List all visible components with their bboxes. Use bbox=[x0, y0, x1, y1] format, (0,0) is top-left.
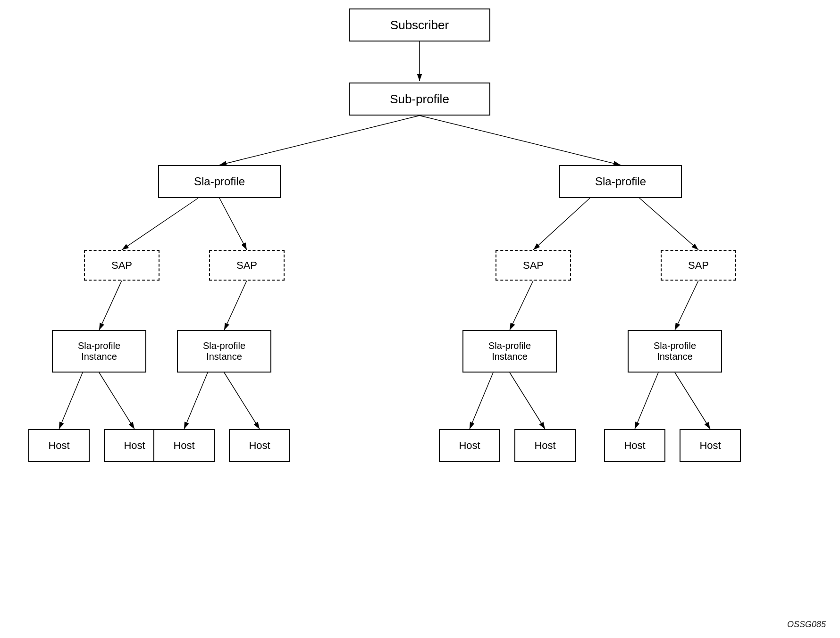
sap-rl-label: SAP bbox=[523, 259, 544, 272]
host-rr1-label: Host bbox=[624, 439, 645, 452]
host-rr2-label: Host bbox=[699, 439, 721, 452]
instance-lr-node: Sla-profile Instance bbox=[177, 330, 271, 373]
arrow-subprofile-to-sla-right bbox=[420, 116, 621, 165]
host-lr2-node: Host bbox=[229, 429, 290, 462]
host-rl1-node: Host bbox=[439, 429, 500, 462]
arrow-sap-rl-to-inst-rl bbox=[510, 281, 533, 330]
arrow-inst-ll-to-host-ll1 bbox=[59, 373, 83, 429]
host-rr2-node: Host bbox=[680, 429, 741, 462]
sla-profile-right-node: Sla-profile bbox=[559, 165, 682, 198]
host-ll2-label: Host bbox=[124, 439, 145, 452]
host-ll1-label: Host bbox=[48, 439, 69, 452]
subscriber-label: Subscriber bbox=[390, 18, 449, 33]
arrow-inst-rr-to-host-rr2 bbox=[675, 373, 710, 429]
sap-rr-label: SAP bbox=[688, 259, 709, 272]
arrow-inst-ll-to-host-ll2 bbox=[99, 373, 134, 429]
instance-ll-node: Sla-profile Instance bbox=[52, 330, 146, 373]
sla-profile-left-label: Sla-profile bbox=[194, 175, 245, 188]
host-lr1-label: Host bbox=[173, 439, 194, 452]
instance-ll-label: Sla-profile Instance bbox=[78, 340, 120, 362]
sap-rl-node: SAP bbox=[496, 250, 571, 281]
instance-rr-label: Sla-profile Instance bbox=[654, 340, 696, 362]
host-lr1-node: Host bbox=[153, 429, 215, 462]
sap-ll-node: SAP bbox=[84, 250, 160, 281]
arrow-inst-rl-to-host-rl1 bbox=[470, 373, 493, 429]
watermark: OSSG085 bbox=[787, 620, 826, 630]
subscriber-node: Subscriber bbox=[349, 8, 490, 41]
sla-profile-left-node: Sla-profile bbox=[158, 165, 281, 198]
arrow-sla-left-to-sap-lr bbox=[219, 198, 247, 250]
instance-rr-node: Sla-profile Instance bbox=[628, 330, 722, 373]
arrow-inst-lr-to-host-lr1 bbox=[184, 373, 208, 429]
instance-rl-label: Sla-profile Instance bbox=[488, 340, 531, 362]
watermark-text: OSSG085 bbox=[787, 620, 826, 629]
sap-ll-label: SAP bbox=[111, 259, 132, 272]
instance-lr-label: Sla-profile Instance bbox=[203, 340, 245, 362]
sla-profile-right-label: Sla-profile bbox=[595, 175, 646, 188]
host-rl2-node: Host bbox=[514, 429, 576, 462]
diagram-container: Subscriber Sub-profile Sla-profile Sla-p… bbox=[0, 0, 840, 638]
host-lr2-label: Host bbox=[249, 439, 270, 452]
subprofile-label: Sub-profile bbox=[390, 92, 449, 107]
subprofile-node: Sub-profile bbox=[349, 83, 490, 116]
host-rl2-label: Host bbox=[534, 439, 555, 452]
arrow-inst-rl-to-host-rl2 bbox=[510, 373, 545, 429]
instance-rl-node: Sla-profile Instance bbox=[462, 330, 557, 373]
arrow-inst-rr-to-host-rr1 bbox=[635, 373, 658, 429]
arrow-sap-rr-to-inst-rr bbox=[675, 281, 698, 330]
arrow-sla-right-to-sap-rr bbox=[639, 198, 698, 250]
arrow-sap-lr-to-inst-lr bbox=[224, 281, 247, 330]
host-rr1-node: Host bbox=[604, 429, 665, 462]
arrow-subprofile-to-sla-left bbox=[219, 116, 420, 165]
arrow-sla-right-to-sap-rl bbox=[533, 198, 590, 250]
arrow-sap-ll-to-inst-ll bbox=[99, 281, 122, 330]
sap-lr-node: SAP bbox=[209, 250, 285, 281]
host-ll1-node: Host bbox=[28, 429, 90, 462]
arrow-sla-left-to-sap-ll bbox=[122, 198, 198, 250]
host-rl1-label: Host bbox=[459, 439, 480, 452]
sap-lr-label: SAP bbox=[236, 259, 257, 272]
sap-rr-node: SAP bbox=[661, 250, 736, 281]
arrow-inst-lr-to-host-lr2 bbox=[224, 373, 260, 429]
